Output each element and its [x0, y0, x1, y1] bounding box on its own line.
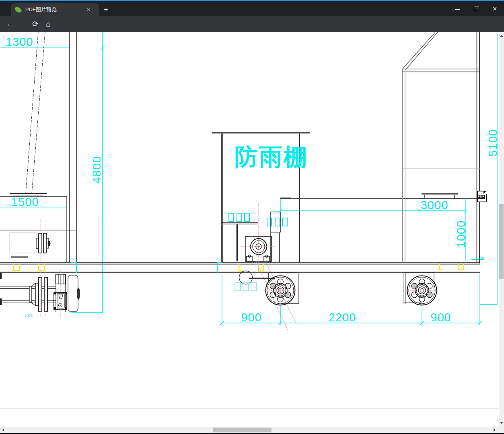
browser-window: PDF图片预览 ✕ + ✕ ← → ⟳ ⌂ i localhost:8012/o… — [0, 0, 504, 434]
close-window-button[interactable]: ✕ — [489, 4, 501, 13]
wheel-left — [235, 271, 299, 308]
dim-900-right: 900 — [430, 312, 451, 323]
minimize-icon — [455, 9, 460, 10]
maximize-icon — [474, 6, 479, 11]
scroll-left-arrow-icon[interactable] — [2, 428, 4, 432]
dim-1500: 1500 — [11, 196, 39, 208]
platform-beams — [0, 262, 480, 273]
new-tab-button[interactable]: + — [104, 6, 108, 13]
dim-4800: 4800 — [91, 156, 103, 184]
pdf-badge: PDF — [477, 195, 485, 199]
tab-title: PDF图片预览 — [25, 6, 86, 13]
canopy-label: 防雨棚 — [235, 145, 308, 169]
maximize-button[interactable] — [470, 4, 482, 13]
scrollbar-corner — [499, 427, 504, 433]
tab-close-icon[interactable]: ✕ — [86, 7, 91, 12]
dim-1385: 1385 — [25, 314, 33, 317]
pdf-download-widget[interactable]: PDF — [477, 191, 487, 202]
scroll-down-arrow-icon[interactable] — [500, 422, 503, 424]
dim-1300: 1300 — [6, 36, 33, 48]
dim-2200: 2200 — [329, 312, 356, 323]
cad-drawing — [0, 32, 499, 427]
dim-900-left: 900 — [241, 312, 261, 323]
spring-leaf-favicon — [14, 6, 22, 13]
back-button[interactable]: ← — [4, 19, 15, 30]
home-button[interactable]: ⌂ — [43, 19, 54, 30]
reload-button[interactable]: ⟳ — [30, 19, 41, 30]
scroll-right-arrow-icon[interactable] — [494, 428, 496, 432]
dwg-preview-page: 1300 4800 1500 1385 防雨棚 3000 1000 5100 9… — [0, 32, 499, 427]
dim-1000: 1000 — [455, 220, 467, 248]
tab-strip: PDF图片预览 ✕ + ✕ — [0, 1, 504, 16]
horizontal-scrollbar[interactable] — [0, 427, 499, 433]
browser-toolbar: ← → ⟳ ⌂ i localhost:8012/onlinePreview?u… — [0, 16, 504, 32]
dim-5100: 5100 — [487, 129, 499, 157]
left-axle-assembly — [0, 269, 80, 319]
vertical-scrollbar-thumb[interactable] — [499, 204, 504, 279]
vertical-scrollbar[interactable] — [499, 32, 504, 427]
minimize-button[interactable] — [451, 4, 463, 13]
forward-button[interactable]: → — [17, 19, 28, 30]
dim-3000: 3000 — [421, 200, 448, 211]
horizontal-scrollbar-thumb[interactable] — [213, 428, 272, 432]
tab-pdf-preview[interactable]: PDF图片预览 ✕ — [11, 3, 99, 16]
right-view — [278, 32, 497, 304]
scroll-up-arrow-icon[interactable] — [500, 35, 503, 37]
wheel-right — [403, 273, 439, 307]
